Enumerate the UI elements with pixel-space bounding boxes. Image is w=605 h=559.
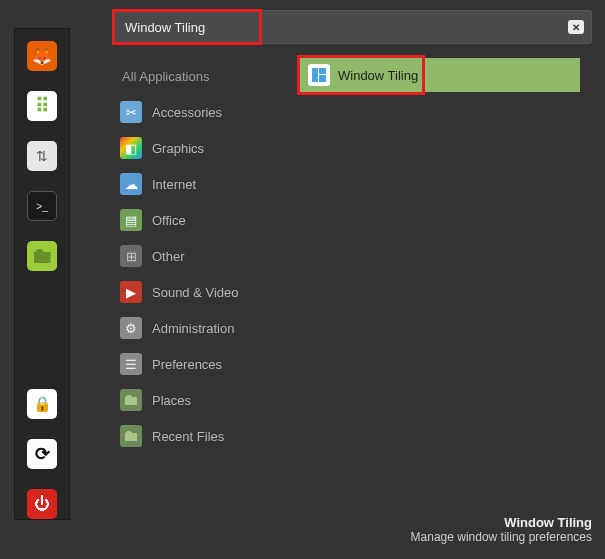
result-label: Window Tiling [338, 68, 418, 83]
files-icon[interactable]: 🖿 [27, 241, 57, 271]
category-list: All Applications ✂ Accessories ◧ Graphic… [112, 58, 284, 454]
category-label: All Applications [122, 69, 209, 84]
svg-rect-0 [312, 68, 318, 82]
search-row: ✕ [112, 10, 592, 44]
recent-icon: 🖿 [120, 425, 142, 447]
footer-description: Manage window tiling preferences [411, 530, 592, 544]
category-office[interactable]: ▤ Office [112, 202, 284, 238]
footer-title: Window Tiling [411, 515, 592, 530]
category-places[interactable]: 🖿 Places [112, 382, 284, 418]
power-icon[interactable]: ⏻ [27, 489, 57, 519]
apps-icon[interactable]: ⠿ [27, 91, 57, 121]
graphics-icon: ◧ [120, 137, 142, 159]
category-label: Administration [152, 321, 234, 336]
category-graphics[interactable]: ◧ Graphics [112, 130, 284, 166]
launcher-sidebar: 🦊 ⠿ ⇅ >_ 🖿 🔒 ⟳ ⏻ [14, 28, 70, 520]
category-internet[interactable]: ☁ Internet [112, 166, 284, 202]
category-label: Sound & Video [152, 285, 239, 300]
result-window-tiling[interactable]: Window Tiling [300, 58, 580, 92]
category-label: Internet [152, 177, 196, 192]
folder-icon: 🖿 [120, 389, 142, 411]
scissors-icon: ✂ [120, 101, 142, 123]
terminal-icon[interactable]: >_ [27, 191, 57, 221]
svg-rect-2 [319, 75, 326, 82]
category-administration[interactable]: ⚙ Administration [112, 310, 284, 346]
application-menu: ✕ All Applications ✂ Accessories ◧ Graph… [112, 10, 604, 558]
category-label: Office [152, 213, 186, 228]
prefs-icon: ☰ [120, 353, 142, 375]
lock-icon[interactable]: 🔒 [27, 389, 57, 419]
category-label: Accessories [152, 105, 222, 120]
search-input[interactable] [112, 10, 592, 44]
play-icon: ▶ [120, 281, 142, 303]
category-label: Graphics [152, 141, 204, 156]
category-preferences[interactable]: ☰ Preferences [112, 346, 284, 382]
grid-icon: ⊞ [120, 245, 142, 267]
settings-icon[interactable]: ⇅ [27, 141, 57, 171]
results-list: Window Tiling [300, 58, 604, 454]
cloud-icon: ☁ [120, 173, 142, 195]
clear-search-icon[interactable]: ✕ [568, 20, 584, 34]
category-other[interactable]: ⊞ Other [112, 238, 284, 274]
restart-icon[interactable]: ⟳ [27, 439, 57, 469]
category-label: Preferences [152, 357, 222, 372]
tiling-icon [308, 64, 330, 86]
category-accessories[interactable]: ✂ Accessories [112, 94, 284, 130]
footer-tooltip: Window Tiling Manage window tiling prefe… [411, 515, 592, 544]
category-label: Other [152, 249, 185, 264]
category-label: Places [152, 393, 191, 408]
svg-rect-1 [319, 68, 326, 74]
office-icon: ▤ [120, 209, 142, 231]
category-sound-video[interactable]: ▶ Sound & Video [112, 274, 284, 310]
admin-icon: ⚙ [120, 317, 142, 339]
category-label: Recent Files [152, 429, 224, 444]
category-recent-files[interactable]: 🖿 Recent Files [112, 418, 284, 454]
category-all-applications[interactable]: All Applications [112, 58, 284, 94]
firefox-icon[interactable]: 🦊 [27, 41, 57, 71]
